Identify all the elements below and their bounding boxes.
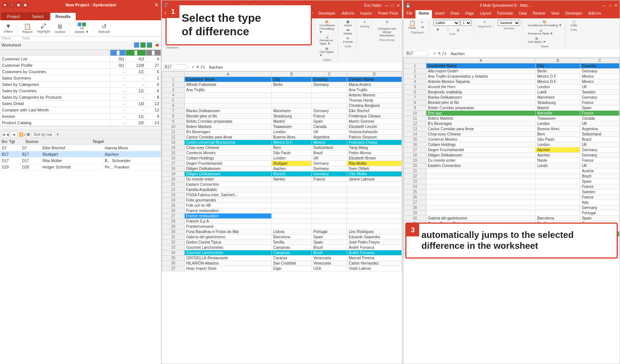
cell-styles-button[interactable]: ▤ Cell Styles ▼ <box>318 47 336 57</box>
cell-d2[interactable]: Maria Anders <box>347 82 402 87</box>
cell-a22[interactable] <box>426 174 536 179</box>
diff-row[interactable]: D29 D28 Holger Schmidt Pe... Franken <box>0 164 161 170</box>
cell-a22[interactable]: Familia Arquibaldo <box>185 187 272 193</box>
cell-d5[interactable]: Thomas Hardy <box>347 98 402 103</box>
cell-c15[interactable]: Brazil <box>580 137 620 142</box>
cell-c14[interactable]: Switzerland <box>580 132 620 137</box>
cell-c2[interactable]: Germany <box>580 69 620 74</box>
cell-b6[interactable]: Luleå <box>536 90 580 95</box>
cell-b7[interactable]: Mannheim <box>272 108 312 114</box>
cell-c36[interactable]: Venezuela <box>312 261 347 266</box>
cell-c29[interactable] <box>312 224 347 229</box>
cell-c19[interactable]: France <box>580 158 620 163</box>
cell-b26[interactable] <box>536 195 580 200</box>
cell-d17[interactable]: Rita Müller <box>347 161 402 166</box>
italic-b-button[interactable]: I <box>444 27 453 32</box>
cell-a10[interactable]: Botero Markets <box>185 124 272 129</box>
cell-a33[interactable]: Gourmet Lanchonetes <box>185 245 272 250</box>
cell-a28[interactable] <box>426 205 536 211</box>
cell-c11[interactable]: UK <box>312 129 347 135</box>
cell-c24[interactable] <box>312 198 347 203</box>
excel-b-close[interactable]: ✕ <box>614 3 617 8</box>
cell-a26[interactable] <box>426 195 536 200</box>
cell-c8[interactable]: France <box>312 114 347 119</box>
cell-d9[interactable]: Martín Sommer <box>347 119 402 124</box>
cell-d10[interactable]: Elizabeth Lincoln <box>347 124 402 129</box>
cell-c1[interactable]: Country <box>312 77 347 82</box>
cell-a1[interactable]: Customer Name <box>426 63 536 69</box>
cell-c26[interactable] <box>312 208 347 214</box>
all-sheets-button[interactable]: All sheets ▼ <box>73 22 90 35</box>
cell-d20[interactable]: Janine Labrune <box>347 177 402 182</box>
cell-c34[interactable]: Brazil <box>312 250 347 256</box>
cell-d4[interactable]: Antonio Moreno <box>347 93 402 98</box>
cell-b13[interactable]: Buenos Aires <box>536 126 580 132</box>
app-icon-2[interactable]: □ <box>9 2 14 8</box>
cell-d24[interactable] <box>347 198 402 203</box>
cell-a23[interactable] <box>426 179 536 184</box>
diff-row[interactable]: D7 D7 Elke Bischof Hanna Moos <box>0 145 161 151</box>
cell-b25[interactable] <box>272 203 312 208</box>
cell-d36[interactable]: Carlos Hernandez <box>347 261 402 266</box>
cell-styles-b-button[interactable]: ▤ Cell Styles ▼ <box>527 36 547 44</box>
cell-a6[interactable] <box>185 103 272 108</box>
cell-b13[interactable]: México D.F. <box>272 140 312 145</box>
cell-a28[interactable]: Franchi S.p.A. <box>185 219 272 224</box>
filters-button[interactable]: ▼ Filters <box>2 22 15 34</box>
cell-a3[interactable]: Ana Trujillo Emparedados y helados <box>426 74 536 79</box>
spreadsheet-b[interactable]: ABC1Customer NameCityCountry2Alfa Import… <box>403 58 620 320</box>
cell-a25[interactable] <box>426 190 536 195</box>
app-icon-3[interactable]: ▣ <box>16 2 21 8</box>
cell-b5[interactable] <box>272 98 312 103</box>
cell-b12[interactable]: Buenos Aires <box>272 135 312 140</box>
cell-d13[interactable]: Francisco Chang <box>347 140 402 145</box>
insert-cells-button[interactable]: ➕Insert <box>343 20 353 27</box>
font-b-size[interactable]: 11 <box>460 20 472 26</box>
tab-select[interactable]: Select <box>26 12 49 20</box>
name-box-b[interactable] <box>405 51 427 56</box>
cell-d26[interactable] <box>347 208 402 214</box>
cell-b32[interactable]: Sevilla <box>272 240 312 245</box>
cell-a27[interactable] <box>426 200 536 205</box>
cell-c32[interactable]: Spain <box>312 240 347 245</box>
cell-a19[interactable]: Dittgen Delikatessen <box>185 171 272 177</box>
cell-a21[interactable] <box>426 168 536 174</box>
cell-a30[interactable]: Galería del gastrónomo <box>426 216 536 221</box>
cell-b4[interactable] <box>272 93 312 98</box>
nav-icon-1[interactable]: 🔀 <box>19 132 23 137</box>
excel-a-tab-power[interactable]: Power Pivot <box>375 10 401 18</box>
cell-a32[interactable]: Godos Cocina Típica <box>185 240 272 245</box>
cell-c11[interactable]: Canada <box>580 116 620 121</box>
cell-a27[interactable]: France restauration <box>185 214 272 219</box>
conditional-format-button[interactable]: 🎨 Conditional Formatting ▼ <box>318 20 336 34</box>
cell-b10[interactable]: Marseille <box>536 111 580 116</box>
cell-a9[interactable]: Bólido Comidas preparadas <box>426 105 536 111</box>
cell-a17[interactable]: Degen Fruchtehandel <box>426 147 536 153</box>
excel-b-tab-dev[interactable]: Developer <box>562 10 585 18</box>
tab-results[interactable]: Results <box>50 12 76 20</box>
cell-c17[interactable]: Germany <box>580 147 620 153</box>
cell-c20[interactable]: UK <box>580 163 620 168</box>
cell-a2[interactable]: Alfa Import GmbH <box>426 69 536 74</box>
cell-c21[interactable]: Austria <box>580 168 620 174</box>
cell-b3[interactable]: México D.F. <box>536 74 580 79</box>
diff-row[interactable]: D17 D17 Rita Müller B... Schneider <box>0 158 161 164</box>
cell-b21[interactable] <box>272 182 312 187</box>
cell-b11[interactable]: London <box>272 129 312 135</box>
cell-a8[interactable]: Blondel père et fils <box>426 100 536 105</box>
cell-b14[interactable]: Bern <box>272 145 312 150</box>
table-row[interactable]: Invoice - 1|1 9 <box>0 113 161 120</box>
cell-b4[interactable]: México D.F. <box>536 79 580 84</box>
cell-c26[interactable]: France <box>580 195 620 200</box>
cell-c18[interactable]: Germany <box>312 166 347 171</box>
cell-b1[interactable]: City <box>536 63 580 69</box>
cell-a7[interactable]: Blanka Delikatessen <box>185 108 272 114</box>
cell-a24[interactable]: Folio gourmandes <box>185 198 272 203</box>
excel-a-tab-dev[interactable]: Developer <box>316 10 339 18</box>
cell-c2[interactable]: Germany <box>312 82 347 87</box>
cells-b-button[interactable]: ⬜Cells <box>569 20 578 27</box>
cell-c10[interactable]: Canada <box>312 124 347 129</box>
table-row[interactable]: Sales by Countries - 1|1 6 <box>0 88 161 94</box>
cell-c27[interactable]: Italy <box>580 200 620 205</box>
cond-format-b-button[interactable]: 🎨 Conditional Formatting ▼ <box>527 20 563 27</box>
